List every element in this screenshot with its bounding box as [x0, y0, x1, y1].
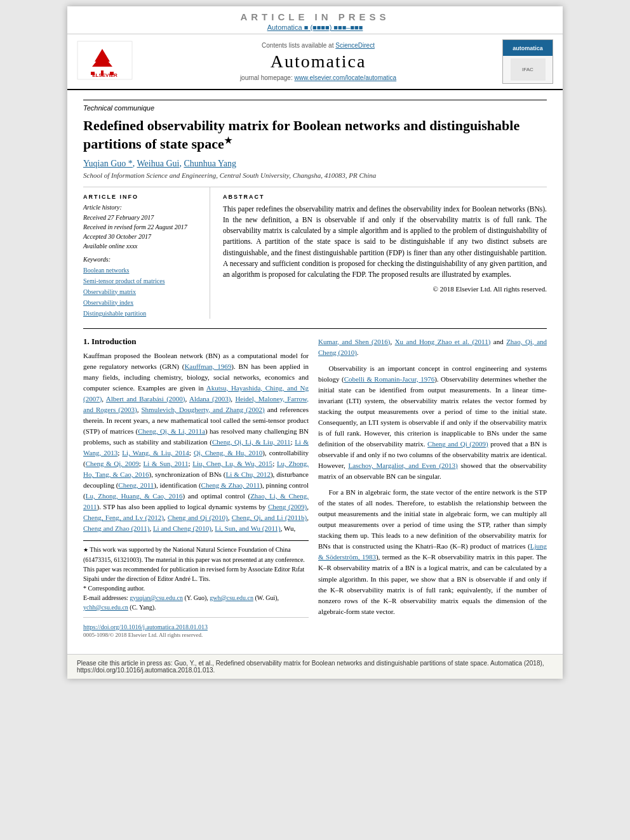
- author-yuqian-guo[interactable]: Yuqian Guo *: [83, 159, 133, 168]
- ref-cheng-qi-li-2011b[interactable]: Cheng, Qi, and Li (2011b): [232, 514, 307, 521]
- ref-shmulevich-2002[interactable]: Shmulevich, Dougherty, and Zhang (2002): [142, 406, 265, 413]
- issn-text: 0005-1098/© 2018 Elsevier Ltd. All right…: [83, 632, 309, 638]
- introduction-text-right: Kumar, and Shen (2016), Xu and Hong Zhao…: [318, 337, 547, 617]
- keywords-title: Keywords:: [83, 256, 200, 263]
- ref-cheng-zhao-2011[interactable]: Cheng & Zhao, 2011: [201, 481, 260, 489]
- ref-cheng-qi-2010[interactable]: Cheng and Qi (2010): [168, 514, 228, 521]
- author-chunhua-yang[interactable]: Chunhua Yang: [184, 159, 236, 168]
- footnote-emails: E-mail addresses: gyuqian@csu.edu.cn (Y.…: [83, 593, 309, 612]
- ref-qi-cheng-2010[interactable]: Qi, Cheng, & Hu, 2010: [194, 449, 262, 457]
- ref-cheng-2011a[interactable]: Cheng, Qi, & Li, 2011a: [138, 427, 205, 435]
- body-left-column: 1. Introduction Kauffman proposed the Bo…: [83, 337, 309, 638]
- body-right-column: Kumar, and Shen (2016), Xu and Hong Zhao…: [318, 337, 547, 638]
- ref-kumar-shen-2016[interactable]: Kumar, and Shen (2016): [318, 338, 390, 345]
- article-in-press-banner: ARTICLE IN PRESS Automatica ■ (■■■■) ■■■…: [67, 6, 563, 34]
- automatica-logo-box: automatica IFAC: [502, 39, 553, 84]
- keyword-observability-index[interactable]: Observability index: [83, 297, 200, 308]
- elsevier-logo-svg: ELSEVIER: [77, 41, 133, 80]
- sciencedirect-link[interactable]: ScienceDirect: [335, 42, 375, 49]
- dois-section: https://doi.org/10.1016/j.automatica.201…: [83, 617, 309, 638]
- keywords-section: Keywords: Boolean networks Semi-tensor p…: [83, 256, 200, 319]
- elsevier-logo: ELSEVIER: [77, 41, 134, 83]
- and-text-3: and: [493, 338, 504, 345]
- footnotes: ★ This work was supported by the Nationa…: [83, 540, 309, 612]
- journal-center: Contents lists available at ScienceDirec…: [134, 42, 502, 81]
- ref-cheng-zhao-2011b[interactable]: Cheng and Zhao (2011): [83, 524, 149, 532]
- automatica-logo: automatica IFAC: [502, 39, 553, 84]
- ref-ljung-soderstrom-1983[interactable]: Ljung & Söderström, 1983: [318, 542, 547, 561]
- authors: Yuqian Guo *, Weihua Gui, Chunhua Yang: [83, 159, 547, 169]
- ref-li-sun-wu-2011[interactable]: Li, Sun, and Wu (2011): [215, 524, 280, 532]
- ref-li-cheng-2010[interactable]: Li and Cheng (2010): [153, 524, 211, 532]
- journal-homepage: journal homepage: www.elsevier.com/locat…: [134, 74, 502, 81]
- introduction-heading: 1. Introduction: [83, 337, 309, 347]
- journal-header: ELSEVIER Contents lists available at Sci…: [67, 34, 563, 90]
- abstract-header: ABSTRACT: [223, 194, 547, 200]
- citation-bar: Please cite this article in press as: Gu…: [67, 654, 563, 679]
- and-text-1: and: [188, 492, 198, 500]
- affiliation: School of Information Science and Engine…: [83, 171, 547, 179]
- article-history: Article history: Received 27 February 20…: [83, 204, 200, 251]
- introduction-text-left: Kauffman proposed the Boolean network (B…: [83, 350, 309, 535]
- footnote-star-note: ★ This work was supported by the Nationa…: [83, 545, 309, 583]
- abstract-column: ABSTRACT This paper redefines the observ…: [223, 187, 547, 319]
- email-link-2[interactable]: gwh@csu.edu.cn: [210, 594, 253, 601]
- homepage-link[interactable]: www.elsevier.com/locate/automatica: [295, 74, 397, 81]
- ref-cheng-qi-2009-obs[interactable]: Cheng and Qi (2009): [427, 440, 488, 448]
- email-link-1[interactable]: gyuqian@csu.edu.cn: [130, 594, 183, 601]
- page: ARTICLE IN PRESS Automatica ■ (■■■■) ■■■…: [67, 6, 563, 679]
- content-area: Technical communique Redefined observabi…: [67, 90, 563, 648]
- ref-laschov-2013[interactable]: Laschov, Margaliot, and Even (2013): [348, 462, 457, 469]
- section-type: Technical communique: [83, 100, 547, 112]
- history-title: Article history:: [83, 204, 200, 211]
- ref-cheng-2011-stab[interactable]: Cheng, Qi, Li, & Liu, 2011: [212, 438, 291, 446]
- received-revised-date: Received in revised form 22 August 2017: [83, 222, 200, 232]
- ref-cheng-2009[interactable]: Cheng (2009): [268, 503, 307, 510]
- citation-text: Please cite this article in press as: Gu…: [77, 660, 544, 674]
- ref-kauffman-1969[interactable]: Kauffman, 1969: [184, 363, 231, 370]
- article-info-column: ARTICLE INFO Article history: Received 2…: [83, 187, 210, 319]
- ref-lu-zhong-huang-2016[interactable]: Lu, Zhong, Huang, & Cao, 2016: [86, 492, 183, 500]
- and-text-2: and: [188, 514, 198, 521]
- copyright: © 2018 Elsevier Ltd. All rights reserved…: [223, 285, 547, 293]
- doi-link[interactable]: Automatica ■ (■■■■) ■■■–■■■: [67, 23, 563, 31]
- keyword-semi-tensor[interactable]: Semi-tensor product of matrices: [83, 276, 200, 286]
- received-date: Received 27 February 2017: [83, 213, 200, 222]
- author-weihua-gui[interactable]: Weihua Gui: [137, 159, 180, 168]
- article-info-abstract: ARTICLE INFO Article history: Received 2…: [83, 187, 547, 319]
- main-body: 1. Introduction Kauffman proposed the Bo…: [83, 328, 547, 638]
- ref-cheng-2011-dist[interactable]: Cheng, 2011: [118, 481, 154, 489]
- doi-full-link[interactable]: https://doi.org/10.1016/j.automatica.201…: [83, 623, 208, 630]
- keyword-boolean-networks[interactable]: Boolean networks: [83, 265, 200, 276]
- article-info-header: ARTICLE INFO: [83, 194, 200, 200]
- ref-aldana-2003[interactable]: Aldana (2003): [189, 395, 231, 403]
- ref-xu-hong-zhao-2011[interactable]: Xu and Hong Zhao et al. (2011): [395, 338, 491, 345]
- svg-text:ELSEVIER: ELSEVIER: [92, 72, 117, 78]
- accepted-date: Accepted 30 October 2017: [83, 232, 200, 241]
- ref-liu-chen-2015[interactable]: Liu, Chen, Lu, & Wu, 2015: [192, 460, 272, 467]
- ref-cheng-feng-lv-2012[interactable]: Cheng, Feng, and Lv (2012): [83, 514, 164, 521]
- footnote-corresponding: * Corresponding author.: [83, 583, 309, 593]
- article-title: Redefined observability matrix for Boole…: [83, 117, 547, 154]
- journal-name: Automatica: [134, 51, 502, 72]
- ref-cheng-qi-2009[interactable]: Cheng & Qi, 2009: [86, 460, 139, 467]
- abstract-text: This paper redefines the observability m…: [223, 204, 547, 281]
- logo-top-text: automatica: [503, 40, 553, 56]
- available-date: Available online xxxx: [83, 241, 200, 251]
- article-in-press-text: ARTICLE IN PRESS: [67, 11, 563, 22]
- keyword-observability-matrix[interactable]: Observability matrix: [83, 286, 200, 297]
- svg-text:IFAC: IFAC: [522, 67, 533, 72]
- ref-li-wang-liu-2014[interactable]: Li, Wang, & Liu, 2014: [122, 449, 189, 457]
- email-link-3[interactable]: ychh@csu.edu.cn: [83, 604, 128, 611]
- keyword-distinguishable-partition[interactable]: Distinguishable partition: [83, 308, 200, 319]
- ref-li-chu-2012[interactable]: Li & Chu, 2012: [226, 470, 271, 478]
- sciencedirect-label: Contents lists available at ScienceDirec…: [134, 42, 502, 49]
- logo-bottom-text: IFAC: [503, 56, 553, 83]
- ref-cobelli-1976[interactable]: Cobelli & Romanin-Jacur, 1976: [344, 375, 435, 383]
- ref-albert-2000[interactable]: Albert and Barabási (2000): [106, 395, 185, 403]
- ref-li-sun-2011[interactable]: Li & Sun, 2011: [144, 460, 189, 467]
